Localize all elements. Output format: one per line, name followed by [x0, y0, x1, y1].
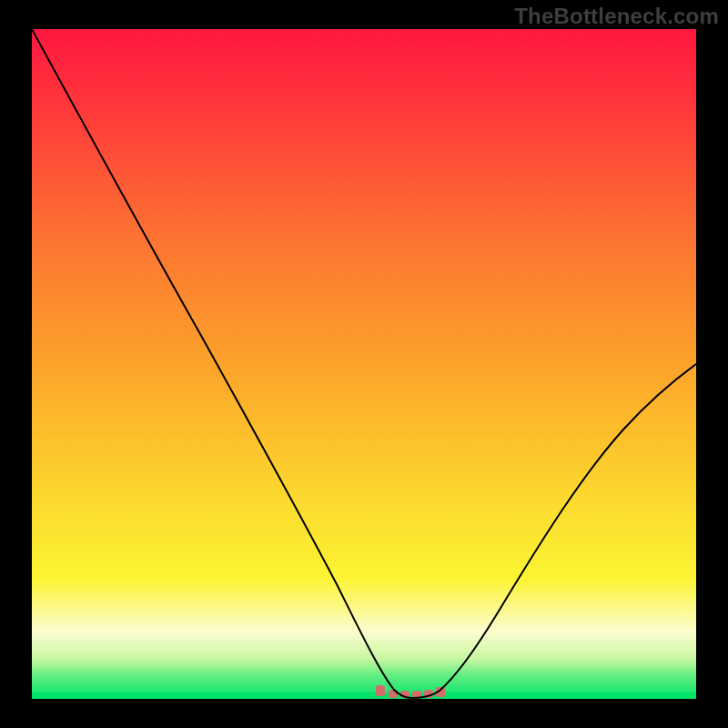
watermark-text: TheBottleneck.com	[514, 4, 719, 29]
gradient-background	[32, 29, 696, 699]
bottleneck-chart	[32, 29, 696, 699]
baseline-strip	[32, 693, 696, 699]
chart-frame: TheBottleneck.com	[0, 0, 728, 728]
chart-svg	[32, 29, 696, 699]
svg-rect-0	[376, 685, 385, 696]
